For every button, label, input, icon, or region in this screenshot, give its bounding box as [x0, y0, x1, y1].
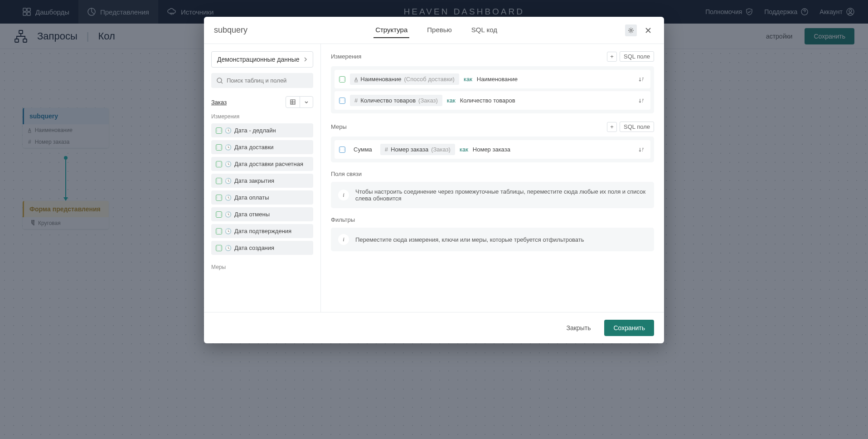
table-expand-button[interactable] — [300, 97, 313, 107]
chevron-right-icon — [304, 57, 307, 62]
drag-handle-icon: ⋮⋮ — [216, 228, 222, 234]
clock-icon: 🕓 — [225, 161, 232, 167]
as-keyword: как — [464, 76, 472, 83]
tab-structure[interactable]: Структура — [373, 22, 409, 38]
sort-icon[interactable] — [639, 147, 646, 152]
sql-field-button[interactable]: SQL поле — [620, 51, 654, 62]
field-item[interactable]: ⋮⋮🕓Дата доставки расчетная — [211, 157, 313, 171]
drag-handle-icon: ⋮⋮ — [216, 211, 222, 218]
drag-handle-icon: ⋮⋮ — [216, 144, 222, 151]
subquery-modal: subquery Структура Превью SQL код — [204, 17, 664, 343]
drag-handle-icon: ⋮⋮ — [216, 161, 222, 167]
number-type-icon: # — [385, 146, 388, 153]
close-button[interactable] — [642, 24, 654, 36]
search-input[interactable] — [227, 77, 308, 84]
dimensions-section-label: Измерения — [211, 113, 313, 120]
field-item[interactable]: ⋮⋮🕓Дата оплаты — [211, 190, 313, 205]
sort-icon[interactable] — [639, 98, 646, 103]
svg-rect-13 — [291, 100, 295, 104]
clock-icon: 🕓 — [225, 211, 232, 218]
links-title: Поля связи — [331, 171, 654, 177]
alias-value[interactable]: Количество товаров — [460, 97, 515, 104]
drag-handle-icon: ⋮⋮ — [216, 127, 222, 134]
measures-dropzone[interactable]: ⋮⋮ Сумма # Номер заказа (Заказ) как Номе… — [331, 137, 654, 162]
field-item[interactable]: ⋮⋮🕓Дата отмены — [211, 207, 313, 221]
field-item[interactable]: ⋮⋮🕓Дата подтверждения — [211, 224, 313, 238]
dimensions-dropzone[interactable]: ⋮⋮ A Наименование (Способ доставки) как … — [331, 66, 654, 113]
modal-title: subquery — [214, 25, 247, 35]
modal-left-panel: Демонстрационные данные Заказ — [204, 44, 321, 312]
filters-title: Фильтры — [331, 216, 654, 223]
aggregation-label[interactable]: Сумма — [350, 144, 376, 155]
table-view-controls — [286, 96, 313, 108]
drag-handle-icon: ⋮⋮ — [339, 98, 345, 104]
as-keyword: как — [460, 146, 468, 153]
tab-sql[interactable]: SQL код — [470, 22, 499, 38]
search-icon — [217, 78, 223, 84]
gear-icon — [628, 27, 634, 34]
field-chip[interactable]: # Количество товаров (Заказ) — [350, 95, 442, 106]
field-item[interactable]: ⋮⋮🕓Дата создания — [211, 241, 313, 255]
modal-right-panel: Измерения + SQL поле ⋮⋮ A Наименование — [321, 44, 664, 312]
drag-handle-icon: ⋮⋮ — [216, 195, 222, 201]
add-dimension-button[interactable]: + — [607, 52, 617, 62]
measures-section-label: Меры — [211, 264, 313, 270]
dimension-row[interactable]: ⋮⋮ # Количество товаров (Заказ) как Коли… — [335, 91, 650, 110]
text-type-icon: A — [354, 77, 358, 82]
field-chip[interactable]: # Номер заказа (Заказ) — [380, 144, 455, 155]
clock-icon: 🕓 — [225, 195, 232, 201]
dimension-row[interactable]: ⋮⋮ A Наименование (Способ доставки) как … — [335, 70, 650, 88]
clock-icon: 🕓 — [225, 144, 232, 151]
sql-field-button[interactable]: SQL поле — [620, 122, 654, 132]
field-chip[interactable]: A Наименование (Способ доставки) — [350, 73, 459, 85]
drag-handle-icon: ⋮⋮ — [216, 178, 222, 184]
drag-handle-icon: ⋮⋮ — [216, 245, 222, 251]
sort-icon[interactable] — [639, 77, 646, 82]
field-item[interactable]: ⋮⋮🕓Дата - дедлайн — [211, 123, 313, 137]
table-name-link[interactable]: Заказ — [211, 99, 227, 106]
datasource-select[interactable]: Демонстрационные данные — [211, 51, 313, 68]
measure-row[interactable]: ⋮⋮ Сумма # Номер заказа (Заказ) как Номе… — [335, 140, 650, 159]
datasource-label: Демонстрационные данные — [217, 56, 300, 63]
field-item[interactable]: ⋮⋮🕓Дата доставки — [211, 140, 313, 154]
as-keyword: как — [447, 97, 456, 104]
add-measure-button[interactable]: + — [607, 122, 617, 132]
tab-preview[interactable]: Превью — [425, 22, 454, 38]
svg-point-12 — [217, 78, 222, 83]
chevron-down-icon — [304, 100, 309, 104]
filters-dropzone[interactable]: i Переместите сюда измерения, ключи или … — [331, 228, 654, 251]
links-info-text: Чтобы настроить соединение через промежу… — [355, 188, 647, 202]
drag-handle-icon: ⋮⋮ — [339, 76, 345, 83]
clock-icon: 🕓 — [225, 245, 232, 251]
modal-footer: Закрыть Сохранить — [204, 312, 664, 343]
save-button[interactable]: Сохранить — [604, 320, 654, 336]
settings-icon-button[interactable] — [625, 24, 637, 36]
links-dropzone[interactable]: i Чтобы настроить соединение через проме… — [331, 182, 654, 208]
table-icon — [290, 99, 296, 105]
clock-icon: 🕓 — [225, 127, 232, 134]
alias-value[interactable]: Номер заказа — [473, 146, 510, 153]
drag-handle-icon: ⋮⋮ — [339, 146, 345, 153]
clock-icon: 🕓 — [225, 228, 232, 234]
dimensions-title: Измерения — [331, 53, 361, 60]
search-box[interactable] — [211, 73, 313, 88]
measures-title: Меры — [331, 123, 347, 130]
info-icon: i — [338, 234, 349, 245]
filters-info-text: Переместите сюда измерения, ключи или ме… — [355, 236, 584, 243]
modal-overlay: subquery Структура Превью SQL код — [0, 0, 868, 439]
clock-icon: 🕓 — [225, 178, 232, 184]
close-icon — [645, 27, 651, 34]
info-icon: i — [338, 190, 349, 200]
svg-point-11 — [630, 29, 632, 31]
table-grid-button[interactable] — [286, 97, 300, 107]
close-button[interactable]: Закрыть — [558, 320, 599, 336]
field-item[interactable]: ⋮⋮🕓Дата закрытия — [211, 174, 313, 188]
number-type-icon: # — [354, 97, 358, 104]
alias-value[interactable]: Наименование — [477, 76, 518, 83]
modal-header: subquery Структура Превью SQL код — [204, 17, 664, 44]
